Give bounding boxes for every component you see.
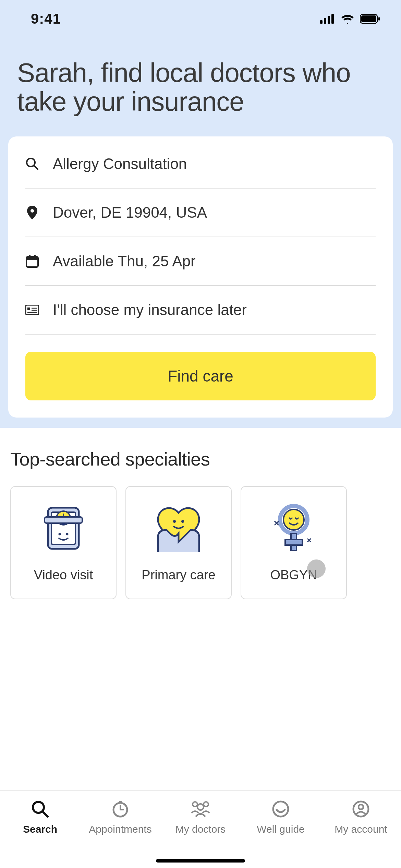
calendar-icon xyxy=(25,255,39,268)
svg-point-27 xyxy=(283,509,304,530)
tab-search[interactable]: Search xyxy=(0,798,80,835)
insurance-card-icon xyxy=(25,305,39,315)
search-icon xyxy=(29,798,51,820)
svg-rect-0 xyxy=(320,20,323,24)
svg-rect-21 xyxy=(45,517,82,523)
svg-rect-3 xyxy=(331,14,334,24)
home-indicator xyxy=(156,859,245,863)
status-bar: 9:41 xyxy=(0,0,401,38)
doctors-icon xyxy=(190,798,211,820)
hero-section: Sarah, find local doctors who take your … xyxy=(0,38,401,428)
find-care-button[interactable]: Find care xyxy=(25,352,376,400)
tab-label: Appointments xyxy=(89,823,151,835)
svg-rect-5 xyxy=(361,15,376,22)
indicator-dot xyxy=(307,559,326,578)
svg-rect-6 xyxy=(378,17,380,21)
svg-rect-33 xyxy=(119,801,122,803)
tab-label: My doctors xyxy=(175,823,226,835)
video-visit-icon xyxy=(34,499,93,557)
specialty-card-video-visit[interactable]: Video visit xyxy=(10,486,117,599)
tab-well-guide[interactable]: Well guide xyxy=(241,798,321,835)
wifi-icon xyxy=(341,14,354,24)
tab-bar: Search Appointments My doctors Well guid… xyxy=(0,790,401,868)
tab-label: Well guide xyxy=(257,823,305,835)
specialty-value: Allergy Consultation xyxy=(53,155,187,172)
cellular-icon xyxy=(320,14,335,24)
status-time: 9:41 xyxy=(31,11,61,27)
svg-point-25 xyxy=(181,520,184,523)
svg-point-22 xyxy=(59,533,61,535)
account-icon xyxy=(350,798,372,820)
svg-rect-1 xyxy=(324,18,326,24)
svg-point-37 xyxy=(204,802,208,807)
specialty-label: Primary care xyxy=(142,568,215,582)
tab-appointments[interactable]: Appointments xyxy=(80,798,160,835)
search-card: Allergy Consultation Dover, DE 19904, US… xyxy=(8,136,393,418)
date-value: Available Thu, 25 Apr xyxy=(53,253,196,270)
tab-my-account[interactable]: My account xyxy=(321,798,401,835)
svg-rect-14 xyxy=(27,308,30,310)
status-icons xyxy=(320,14,380,24)
smile-icon xyxy=(270,798,292,820)
svg-rect-29 xyxy=(285,540,302,545)
specialties-row[interactable]: Video visit Primary care xyxy=(10,486,391,599)
battery-icon xyxy=(360,14,380,24)
specialty-card-primary-care[interactable]: Primary care xyxy=(125,486,232,599)
svg-point-36 xyxy=(193,802,197,807)
tab-label: My account xyxy=(335,823,387,835)
svg-point-43 xyxy=(359,805,363,809)
insurance-value: I'll choose my insurance later xyxy=(53,301,247,318)
tab-my-doctors[interactable]: My doctors xyxy=(160,798,241,835)
svg-point-38 xyxy=(197,804,204,810)
svg-rect-12 xyxy=(34,255,36,258)
location-field[interactable]: Dover, DE 19904, USA xyxy=(25,189,376,237)
insurance-field[interactable]: I'll choose my insurance later xyxy=(25,286,376,335)
tab-label: Search xyxy=(23,823,57,835)
page-title: Sarah, find local doctors who take your … xyxy=(17,58,384,116)
specialty-field[interactable]: Allergy Consultation xyxy=(25,140,376,189)
clock-icon xyxy=(109,798,131,820)
svg-point-23 xyxy=(66,533,69,535)
location-icon xyxy=(25,206,39,219)
specialty-card-obgyn[interactable]: OBGYN xyxy=(241,486,347,599)
specialties-section: Top-searched specialties Video visit xyxy=(0,428,401,599)
location-value: Dover, DE 19904, USA xyxy=(53,204,207,221)
svg-line-31 xyxy=(42,811,48,817)
svg-rect-2 xyxy=(328,16,330,24)
specialties-title: Top-searched specialties xyxy=(10,448,391,470)
svg-line-8 xyxy=(34,166,38,169)
primary-care-icon xyxy=(149,499,208,557)
obgyn-icon xyxy=(265,499,323,557)
search-icon xyxy=(25,157,39,171)
svg-rect-11 xyxy=(29,255,31,258)
specialty-label: Video visit xyxy=(34,568,93,582)
svg-point-41 xyxy=(273,801,288,817)
date-field[interactable]: Available Thu, 25 Apr xyxy=(25,237,376,286)
svg-rect-10 xyxy=(26,257,38,260)
svg-point-24 xyxy=(173,520,176,523)
